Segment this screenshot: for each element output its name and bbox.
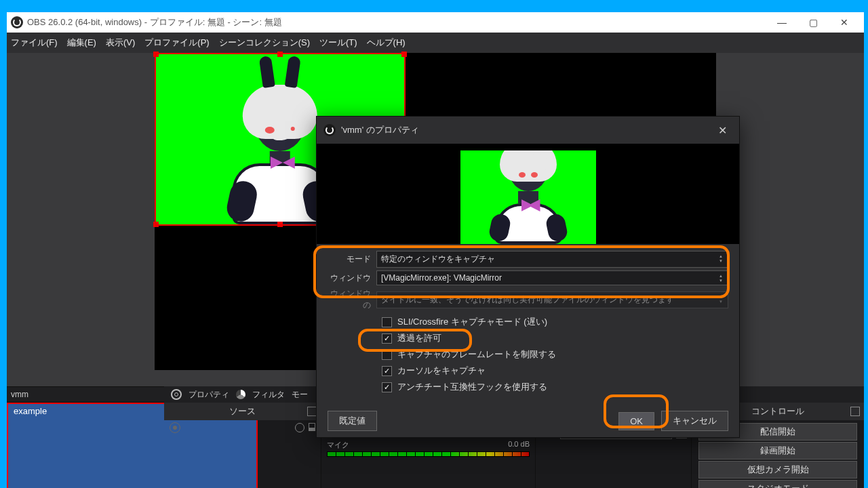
scenes-dock: シーン example vmm_meeting — [7, 403, 164, 488]
mode-select[interactable]: 特定のウィンドウをキャプチャ▲▼ — [376, 251, 728, 268]
eye-icon — [170, 422, 180, 433]
properties-button[interactable]: プロパティ — [189, 389, 229, 401]
minimize-button[interactable]: — — [766, 12, 797, 33]
dialog-form: モード 特定のウィンドウをキャプチャ▲▼ ウィンドウ [VMagicMirror… — [317, 244, 739, 405]
checkbox-row[interactable]: SLI/Crossfire キャプチャモード (遅い) — [328, 314, 728, 330]
start-recording-button[interactable]: 録画開始 — [698, 442, 857, 460]
studio-mode-button[interactable]: スタジオモード — [698, 480, 857, 488]
checkbox-icon[interactable] — [382, 366, 392, 376]
checkbox-icon[interactable] — [382, 350, 392, 360]
dialog-preview — [317, 144, 739, 244]
chevron-updown-icon: ▲▼ — [717, 254, 725, 264]
menu-edit[interactable]: 編集(E) — [67, 37, 96, 49]
checkbox-row[interactable]: キャプチャのフレームレートを制限する — [328, 346, 728, 363]
mode-label-truncated: モー — [292, 389, 308, 401]
menu-help[interactable]: ヘルプ(H) — [367, 37, 406, 49]
checkbox-row[interactable]: 透過を許可 — [328, 330, 728, 346]
menu-scene-collection[interactable]: シーンコレクション(S) — [219, 37, 310, 49]
checkbox-label: アンチチート互換性フックを使用する — [397, 381, 547, 393]
checkbox-label: SLI/Crossfire キャプチャモード (遅い) — [397, 316, 547, 328]
audio-meter — [327, 451, 530, 457]
window-select[interactable]: [VMagicMirror.exe]: VMagicMirror▲▼ — [376, 270, 728, 285]
menu-tools[interactable]: ツール(T) — [319, 37, 357, 49]
menu-view[interactable]: 表示(V) — [106, 37, 135, 49]
maximize-button[interactable]: ▢ — [797, 12, 829, 33]
menu-file[interactable]: ファイル(F) — [11, 37, 58, 49]
checkbox-icon[interactable] — [382, 333, 392, 344]
obs-main-window: OBS 26.0.2 (64-bit, windows) - プロファイル: 無… — [7, 12, 864, 488]
sources-title: ソース — [229, 405, 256, 418]
checkbox-label: キャプチャのフレームレートを制限する — [397, 348, 556, 361]
filter-icon — [236, 390, 245, 399]
controls-title: コントロール — [751, 405, 804, 418]
checkbox-label: 透過を許可 — [397, 332, 441, 344]
match-select[interactable]: タイトルに一致、そうでなければ同じ実行可能ファイルのウィンドウを見つます▲▼ — [376, 291, 728, 308]
start-virtualcam-button[interactable]: 仮想カメラ開始 — [698, 461, 857, 479]
checkbox-label: カーソルをキャプチャ — [397, 365, 486, 377]
titlebar: OBS 26.0.2 (64-bit, windows) - プロファイル: 無… — [7, 12, 864, 33]
menubar: ファイル(F) 編集(E) 表示(V) プロファイル(P) シーンコレクション(… — [7, 33, 864, 53]
dialog-title: 'vmm' のプロパティ — [341, 124, 419, 136]
dialog-buttons: 既定値 OK キャンセル — [317, 405, 739, 437]
mode-label: モード — [328, 253, 371, 265]
scene-item[interactable]: example — [7, 420, 163, 488]
window-label: ウィンドウ — [328, 272, 371, 284]
selected-source-name: vmm — [11, 390, 28, 399]
properties-dialog: 'vmm' のプロパティ ✕ モード 特定のウィンドウをキャプチャ▲▼ ウィンド… — [316, 116, 740, 438]
chevron-updown-icon: ▲▼ — [717, 295, 725, 304]
popout-icon[interactable] — [307, 407, 317, 416]
filters-button[interactable]: フィルタ — [252, 389, 285, 401]
gear-icon — [171, 389, 182, 400]
dialog-titlebar: 'vmm' のプロパティ ✕ — [317, 117, 739, 144]
visibility-toggle-icon[interactable] — [295, 423, 304, 432]
obs-logo-icon — [11, 16, 23, 28]
obs-logo-icon — [323, 124, 336, 136]
mixer-channel-name: マイク — [327, 440, 349, 450]
ok-button[interactable]: OK — [618, 412, 654, 430]
greenscreen-preview-small — [460, 150, 596, 244]
close-icon[interactable]: ✕ — [713, 121, 732, 140]
window-title: OBS 26.0.2 (64-bit, windows) - プロファイル: 無… — [27, 16, 282, 28]
popout-icon[interactable] — [850, 407, 860, 416]
checkbox-icon[interactable] — [382, 317, 392, 327]
close-button[interactable]: ✕ — [829, 12, 860, 33]
chevron-updown-icon: ▲▼ — [717, 274, 725, 283]
cancel-button[interactable]: キャンセル — [661, 411, 728, 431]
checkbox-icon[interactable] — [382, 382, 392, 392]
lock-icon[interactable] — [309, 423, 315, 431]
menu-profile[interactable]: プロファイル(P) — [144, 37, 209, 49]
mixer-channel-level: 0.0 dB — [508, 440, 530, 450]
match-label: ウィンドウの — [328, 288, 371, 311]
mixer-channel: マイク0.0 dB — [321, 437, 535, 460]
defaults-button[interactable]: 既定値 — [328, 411, 377, 431]
checkbox-row[interactable]: カーソルをキャプチャ — [328, 363, 728, 379]
checkbox-row[interactable]: アンチチート互換性フックを使用する — [328, 379, 728, 395]
